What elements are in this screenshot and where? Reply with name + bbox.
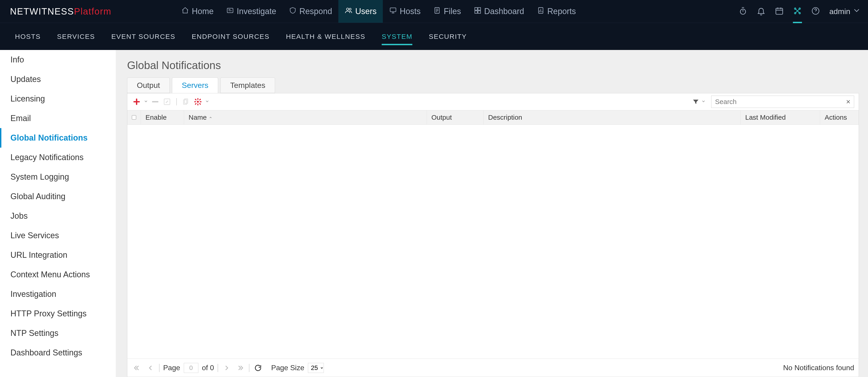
svg-rect-20 (776, 8, 783, 14)
subnav-label: HOSTS (15, 33, 41, 40)
subnav-hosts[interactable]: HOSTS (7, 23, 49, 50)
col-output[interactable]: Output (427, 110, 484, 124)
select-all-checkbox[interactable] (132, 115, 136, 120)
col-label: Actions (825, 114, 847, 121)
filter-dropdown[interactable] (701, 99, 706, 105)
sidebar-item-label: Updates (10, 75, 41, 84)
user-menu[interactable]: admin (829, 6, 861, 17)
subnav-security[interactable]: SECURITY (421, 23, 475, 50)
subnav-label: SYSTEM (382, 33, 412, 40)
sidebar-item-url-integration[interactable]: URL Integration (0, 245, 116, 265)
nav-reports[interactable]: Reports (531, 0, 582, 23)
duplicate-button[interactable] (181, 97, 191, 107)
nav-users[interactable]: Users (338, 0, 383, 23)
col-label: Enable (146, 114, 166, 121)
separator (176, 98, 177, 106)
sidebar-item-jobs[interactable]: Jobs (0, 206, 116, 226)
gear-button[interactable] (193, 97, 203, 107)
nav-home[interactable]: Home (175, 0, 220, 23)
sidebar-item-dashboard-settings[interactable]: Dashboard Settings (0, 343, 116, 362)
respond-icon (289, 7, 297, 16)
sidebar-item-info[interactable]: Info (0, 50, 116, 69)
col-enable[interactable]: Enable (141, 110, 184, 124)
nav-respond[interactable]: Respond (282, 0, 338, 23)
delete-button[interactable] (151, 97, 160, 107)
subnav-system[interactable]: SYSTEM (374, 23, 421, 50)
next-page-button[interactable] (222, 363, 232, 373)
col-label: Description (488, 114, 522, 121)
sidebar-item-global-auditing[interactable]: Global Auditing (0, 187, 116, 206)
clear-search-icon[interactable] (843, 99, 854, 105)
nav-investigate[interactable]: Investigate (220, 0, 282, 23)
col-description[interactable]: Description (484, 110, 741, 124)
tabs: Output Servers Templates (127, 78, 859, 93)
sidebar-item-label: Context Menu Actions (10, 270, 90, 279)
col-actions[interactable]: Actions (820, 110, 859, 124)
sidebar-item-label: Info (10, 55, 24, 64)
sidebar-item-label: System Logging (10, 172, 69, 181)
page-input[interactable] (184, 363, 198, 373)
sidebar-item-label: Global Notifications (10, 133, 88, 142)
refresh-button[interactable] (253, 363, 263, 373)
sidebar-item-http-proxy[interactable]: HTTP Proxy Settings (0, 304, 116, 323)
nav-label: Investigate (237, 7, 276, 16)
top-nav: NETWITNESSPlatform Home Investigate Resp… (0, 0, 868, 23)
top-nav-items: Home Investigate Respond Users Hosts Fil… (175, 0, 582, 23)
tab-templates[interactable]: Templates (220, 78, 275, 93)
main: Global Notifications Output Servers Temp… (116, 50, 868, 377)
sidebar-item-label: Dashboard Settings (10, 348, 82, 357)
subnav-health[interactable]: HEALTH & WELLNESS (278, 23, 374, 50)
nav-label: Reports (547, 7, 576, 16)
add-dropdown[interactable] (144, 99, 148, 105)
status-text: No Notifications found (783, 364, 854, 372)
sidebar-item-updates[interactable]: Updates (0, 69, 116, 89)
sidebar-item-licensing[interactable]: Licensing (0, 89, 116, 109)
bell-icon[interactable] (756, 6, 766, 16)
separator (159, 364, 159, 372)
edit-button[interactable] (162, 97, 172, 107)
help-icon[interactable] (811, 6, 820, 16)
nav-label: Respond (299, 7, 332, 16)
sidebar-item-live-services[interactable]: Live Services (0, 226, 116, 245)
svg-rect-15 (478, 7, 480, 10)
logo-title: NETWITNESSPlatform (10, 6, 112, 17)
sidebar[interactable]: Info Updates Licensing Email Global Noti… (0, 50, 116, 377)
svg-point-10 (346, 8, 349, 10)
tools-icon[interactable] (793, 6, 802, 16)
gear-dropdown[interactable] (205, 99, 210, 105)
sidebar-item-legacy-notifications[interactable]: Legacy Notifications (0, 148, 116, 167)
svg-rect-9 (227, 8, 233, 13)
sidebar-item-label: Jobs (10, 211, 28, 221)
sort-asc-icon (209, 114, 213, 121)
nav-dashboard[interactable]: Dashboard (467, 0, 531, 23)
add-button[interactable] (132, 97, 142, 107)
nav-label: Files (444, 7, 461, 16)
subnav-event-sources[interactable]: EVENT SOURCES (103, 23, 184, 50)
calendar-icon[interactable] (775, 6, 784, 16)
nav-files[interactable]: Files (427, 0, 467, 23)
app-logo[interactable]: NETWITNESSPlatform (7, 6, 112, 17)
sidebar-item-ntp[interactable]: NTP Settings (0, 323, 116, 343)
subnav-endpoint-sources[interactable]: ENDPOINT SOURCES (184, 23, 278, 50)
first-page-button[interactable] (132, 363, 142, 373)
prev-page-button[interactable] (146, 363, 155, 373)
sidebar-item-email[interactable]: Email (0, 109, 116, 128)
last-page-button[interactable] (235, 363, 245, 373)
nav-hosts[interactable]: Hosts (383, 0, 427, 23)
col-name[interactable]: Name (184, 110, 427, 124)
sidebar-item-global-notifications[interactable]: Global Notifications (0, 128, 116, 148)
page-size-select[interactable]: 25 (308, 363, 324, 373)
subnav-services[interactable]: SERVICES (49, 23, 103, 50)
col-last-modified[interactable]: Last Modified (741, 110, 820, 124)
col-check (127, 110, 141, 124)
stopwatch-icon[interactable] (738, 6, 747, 16)
sidebar-item-label: Licensing (10, 94, 45, 103)
search-input[interactable] (711, 98, 843, 106)
sidebar-item-investigation[interactable]: Investigation (0, 284, 116, 304)
tab-output[interactable]: Output (127, 78, 170, 93)
pager: Page of 0 Page Size 25 No Notifications … (127, 358, 859, 377)
filter[interactable] (692, 98, 706, 106)
tab-servers[interactable]: Servers (172, 78, 218, 93)
sidebar-item-system-logging[interactable]: System Logging (0, 167, 116, 187)
sidebar-item-context-menu-actions[interactable]: Context Menu Actions (0, 265, 116, 284)
